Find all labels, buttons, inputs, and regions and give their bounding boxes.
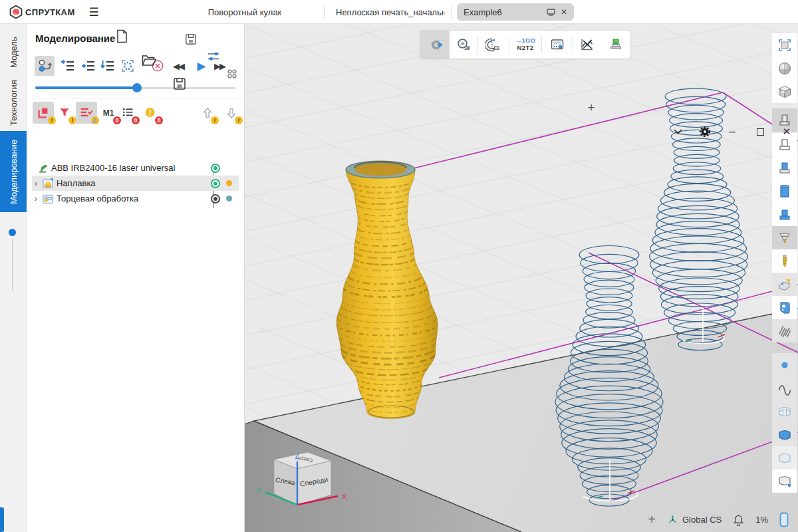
show-stock-flag-button[interactable] <box>772 273 797 296</box>
app-logo-icon <box>8 0 24 24</box>
strip-indicator-dot[interactable] <box>9 229 16 236</box>
restructure-icon <box>37 58 53 74</box>
notifications-button[interactable] <box>733 514 744 526</box>
simulation-progress-slider[interactable] <box>35 85 235 90</box>
expander-icon[interactable]: › <box>32 178 40 188</box>
chevron-down-icon[interactable] <box>666 120 689 144</box>
chart-disabled-icon <box>579 37 595 53</box>
error-list-button[interactable]: ! <box>76 102 97 124</box>
doc-tab-example6[interactable]: Example6 ✕ <box>457 3 574 21</box>
status-enabled-icon[interactable] <box>211 164 220 173</box>
status-enabled-icon[interactable] <box>211 179 220 188</box>
calculator-button[interactable] <box>542 31 573 59</box>
measure-distance-button[interactable] <box>450 31 477 59</box>
tab-technology[interactable]: Технология <box>0 77 27 129</box>
new-file-icon <box>116 29 128 43</box>
show-mesh-button[interactable] <box>772 400 797 423</box>
shaded-view-button[interactable] <box>772 57 797 80</box>
doc-tab-povorotny[interactable]: Поворотный кулак <box>200 0 290 24</box>
goto-frame-button[interactable]: →1GO N2T2 <box>509 31 541 59</box>
show-target-button[interactable] <box>772 180 797 203</box>
play-button[interactable]: ▶ <box>191 56 211 76</box>
axis-z-label: Z <box>295 453 299 460</box>
show-result-button[interactable] <box>772 156 797 180</box>
tab-model[interactable]: Модель <box>0 32 27 73</box>
measure-caliper-button[interactable] <box>478 31 509 59</box>
print-preview-button[interactable] <box>601 31 630 59</box>
cs-label: Global CS <box>682 515 722 525</box>
part-blue-icon <box>777 184 793 200</box>
tree-row-facing[interactable]: › Торцевая обработка <box>32 191 239 206</box>
workpiece-blue-top-icon <box>777 160 793 176</box>
tab-close-icon[interactable]: ✕ <box>561 7 567 17</box>
magnet-icon <box>427 37 444 53</box>
caliper-icon <box>485 37 502 53</box>
snap-magnet-button[interactable] <box>420 31 450 59</box>
tree-row-naplavka[interactable]: › Наплавка <box>32 176 239 191</box>
close-button[interactable]: ✕ <box>775 120 798 144</box>
show-points-button[interactable] <box>772 353 797 376</box>
minimize-button[interactable]: – <box>721 120 743 144</box>
show-edges-button[interactable] <box>772 469 797 493</box>
filter-button[interactable]: ! <box>55 102 74 124</box>
doc-tab-neploskaya[interactable]: Неплоская печать_начальн <box>336 0 445 24</box>
simulation-panel: Моделирование ◀◀ ▶ ▶▶ <box>27 24 245 532</box>
select-interval-button[interactable] <box>118 56 138 76</box>
coordinate-system-selector[interactable]: Global CS <box>667 514 722 525</box>
viewport-toolbar: →1GO N2T2 <box>420 31 630 59</box>
fit-view-button[interactable] <box>772 33 797 57</box>
operation-label: Торцевая обработка <box>57 194 138 203</box>
machine-icon <box>777 300 793 316</box>
maximize-button[interactable] <box>749 120 771 144</box>
save-simulation-button[interactable] <box>182 31 200 48</box>
show-surfaces-button[interactable] <box>772 423 797 446</box>
new-file-button[interactable] <box>112 24 132 48</box>
status-reference-icon[interactable] <box>211 194 220 203</box>
open-file-button[interactable] <box>138 48 160 72</box>
scene-viewport[interactable]: Сверху Слева Спереди Z X Y <box>245 24 798 532</box>
add-cs-button[interactable]: + <box>648 512 656 527</box>
progress-percent: 1% <box>755 515 768 525</box>
next-issue-button[interactable]: ! <box>222 102 241 124</box>
main-menu-button[interactable]: ☰ <box>84 0 104 24</box>
settings-gear-icon[interactable] <box>694 120 716 144</box>
show-fixture-button[interactable] <box>772 203 797 226</box>
divider <box>32 98 239 98</box>
mesh-surface-icon <box>777 404 793 420</box>
event-list-button[interactable]: 0 <box>118 102 137 124</box>
show-curves-button[interactable] <box>772 376 797 400</box>
show-tool-button[interactable] <box>772 249 797 273</box>
run-to-end-button[interactable] <box>98 56 118 76</box>
step-over-button[interactable] <box>78 56 98 76</box>
open-folder-icon <box>142 54 156 66</box>
warnings-button[interactable]: 0 <box>140 102 160 124</box>
expander-icon[interactable]: › <box>32 194 40 203</box>
m-codes-button[interactable]: M1 0 <box>98 102 118 124</box>
show-holder-button[interactable] <box>772 226 797 249</box>
printer-3d-icon <box>608 37 624 53</box>
graphs-button[interactable] <box>573 31 601 59</box>
show-faces-button[interactable] <box>772 446 797 469</box>
slider-handle[interactable] <box>132 83 142 92</box>
simulation-mode-button[interactable] <box>35 56 55 76</box>
save-button[interactable] <box>169 72 190 96</box>
scene-canvas[interactable]: Сверху Слева Спереди Z X Y <box>245 24 798 532</box>
surface-point-icon <box>777 473 793 489</box>
calculator-icon <box>549 37 565 53</box>
cs-axes-icon <box>667 514 678 525</box>
show-machine-button[interactable] <box>772 296 797 319</box>
progress-battery-icon[interactable] <box>779 512 789 527</box>
step-into-button[interactable] <box>58 56 78 76</box>
fast-forward-button[interactable]: ▶▶ <box>209 56 229 76</box>
tree-row-machine[interactable]: ABB IRB2400-16 laser universal <box>32 160 239 176</box>
errors-filter-button[interactable]: ! <box>33 102 54 124</box>
strip-indicator-line <box>12 239 13 291</box>
new-tab-button[interactable]: + <box>583 96 600 120</box>
tab-simulation[interactable]: Моделирование <box>0 131 27 212</box>
tab-separator <box>324 5 325 19</box>
simulation-screen-icon[interactable] <box>547 9 555 16</box>
prev-issue-button[interactable]: ! <box>198 102 217 124</box>
titlebar: СПРУТКАМ ☰ Поворотный кулак Неплоская пе… <box>0 0 798 24</box>
show-toolpath-button[interactable] <box>772 319 797 342</box>
iso-view-button[interactable] <box>772 80 797 103</box>
